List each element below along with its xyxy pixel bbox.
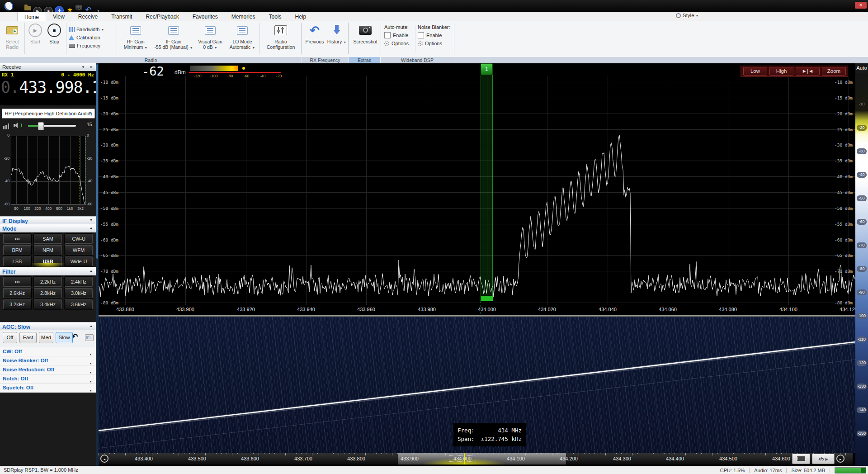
filter-button-3-2khz[interactable]: 3.2kHz [3,299,32,310]
tab-receive[interactable]: Receive [71,12,104,21]
stop-button[interactable]: ■Stop [45,23,63,44]
color-scale-label[interactable]: -20 [857,125,867,131]
color-scale-label[interactable]: -80 [857,266,867,272]
tab-favourites[interactable]: Favourites [186,12,225,21]
radio-configuration-button[interactable]: RadioConfiguration [262,23,299,50]
color-scale-label[interactable]: -110 [857,337,867,342]
panel-close-icon[interactable]: × [90,63,92,71]
tuning-marker-band[interactable] [481,75,493,299]
rf-gain-button[interactable]: RF GainMinimum▼ [119,23,152,51]
history-button[interactable]: History▼ [326,23,347,45]
frequency-navigator[interactable]: 433.400433.500433.600433.700433.800433.9… [99,453,853,465]
ribbon-group-rx-frequency[interactable]: RX Frequency [302,57,349,63]
tuning-marker-flag[interactable]: 1 [481,63,493,75]
dsp-row-noise-reduction-off[interactable]: Noise Reduction: Off▼ [0,365,96,374]
color-scale-label[interactable]: -50 [857,195,867,201]
agc-button-med[interactable]: Med [39,332,53,343]
screenshot-button[interactable]: Screenshot [351,23,380,44]
panel-collapse-icon[interactable]: ▼ [81,63,85,71]
dsp-row-noise-blanker-off[interactable]: Noise Blanker: Off▼ [0,356,96,365]
keyboard-entry-button[interactable] [792,454,810,464]
filter-button-item[interactable]: ••• [3,276,32,287]
auto-mute-options-button[interactable]: Options [384,39,414,47]
folder-icon[interactable] [24,6,31,10]
dsp-row-squelch-off[interactable]: Squelch: Off▼ [0,384,96,393]
mode-button-lsb[interactable]: LSB [3,256,32,267]
color-scale-label[interactable]: -90 [857,289,867,295]
filter-button-2-2khz[interactable]: 2.2kHz [33,276,62,287]
filter-button-3-4khz[interactable]: 3.4kHz [33,299,62,310]
mode-button-wide-u[interactable]: Wide-U [64,256,93,267]
color-scale-label[interactable]: -150 [857,431,867,436]
color-scale-label[interactable]: -130 [857,384,867,389]
agc-button-slow[interactable]: Slow [56,332,73,343]
dsp-row-cw-off[interactable]: CW: Off▼ [0,347,96,356]
noise-blanker-enable-checkbox[interactable]: Enable [418,31,452,39]
color-scale-label[interactable]: -60 [857,219,867,225]
start-button[interactable]: ▶Start [26,23,44,44]
window-close-button[interactable]: ✕ [855,2,867,9]
color-scale-label[interactable]: -30 [857,148,867,154]
filter-button-2-6khz[interactable]: 2.6kHz [3,288,32,299]
volume-slider-thumb[interactable] [38,122,44,130]
agc-button-fast[interactable]: Fast [19,332,37,343]
mode-button-bfm[interactable]: BFM [3,245,32,256]
lo-mode-button[interactable]: LO ModeAutomatic▼ [227,23,258,51]
select-radio-button[interactable]: ▶SelectRadio [2,23,23,50]
spectrum-button-high[interactable]: High [769,67,793,76]
color-scale-label[interactable]: -40 [857,172,867,178]
mode-button-wfm[interactable]: WFM [64,245,93,256]
agc-button-off[interactable]: Off [3,332,17,343]
spectrum-display[interactable]: -62 dBm -120-100-80-60-40-20 LowHigh►|◄Z… [99,63,855,315]
tab-home[interactable]: Home [17,12,46,21]
navigator-zoom-button[interactable]: x5 ▶ [812,454,835,464]
mode-section[interactable]: Mode ▲ [0,224,96,232]
waterfall-color-scale[interactable]: Auto -10-20-30-40-50-60-70-80-90-100-110… [855,63,868,466]
color-scale-label[interactable]: -10 [857,101,867,107]
color-scale-label[interactable]: -120 [857,360,867,366]
tab-rec-playback[interactable]: Rec/Playback [139,12,185,21]
color-scale-auto-button[interactable]: Auto [855,63,868,74]
visual-gain-button[interactable]: Visual Gain0 dB▼ [195,23,225,51]
bandwidth-button[interactable]: Bandwidth▼ [69,25,116,33]
tab-memories[interactable]: Memories [225,12,262,21]
ribbon-group-wideband-dsp[interactable]: Wideband DSP [381,57,454,63]
ribbon-group-radio[interactable]: Radio [0,57,302,63]
equalizer-icon[interactable] [3,123,10,129]
spectrum-waterfall-splitter[interactable] [99,315,855,317]
spectrum-button-low[interactable]: Low [743,67,767,76]
filter-button-2-4khz[interactable]: 2.4kHz [64,276,93,287]
tab-help[interactable]: Help [288,12,313,21]
tab-transmit[interactable]: Transmit [104,12,139,21]
audio-device-select[interactable]: HP (Périphérique High Definition Audio) … [2,109,95,118]
navigator-left-button[interactable]: ◄ [100,455,108,463]
if-gain-button[interactable]: IF Gain-55 dB (Manual)▼ [154,23,193,51]
mode-button-item[interactable]: ••• [3,233,32,244]
volume-slider[interactable] [28,125,76,127]
filter-button-3-0khz[interactable]: 3.0kHz [64,288,93,299]
mode-button-cw-u[interactable]: CW-U [64,233,93,244]
previous-button[interactable]: ↶Previous [304,23,326,44]
frequency-button[interactable]: Frequency [69,42,116,50]
color-scale-label[interactable]: -100 [857,313,867,319]
style-selector[interactable]: Style ▼ [676,13,699,18]
noise-blanker-options-button[interactable]: Options [418,39,452,47]
dsp-row-notch-off[interactable]: Notch: Off▼ [0,374,96,384]
mode-button-nfm[interactable]: NFM [33,245,62,256]
filter-button-3-6khz[interactable]: 3.6kHz [64,299,93,310]
spectrum-button-zoom[interactable]: Zoom [822,67,846,76]
frequency-readout[interactable]: 0.433.998.150 [1,78,95,96]
image-icon[interactable] [85,334,94,341]
color-scale-label[interactable]: -70 [857,242,867,248]
ribbon-group-extras[interactable]: Extras [349,57,381,63]
tab-tools[interactable]: Tools [262,12,288,21]
navigator-right-button[interactable]: ► [836,455,844,463]
tab-view[interactable]: View [46,12,71,21]
filter-button-2-8khz[interactable]: 2.8kHz [33,288,62,299]
camera-icon[interactable] [75,5,82,10]
auto-mute-enable-checkbox[interactable]: Enable [384,31,414,39]
spectrum-button-fit[interactable]: ►|◄ [796,67,820,76]
mode-button-sam[interactable]: SAM [33,233,62,244]
color-scale-label[interactable]: -140 [857,407,867,413]
calibration-button[interactable]: Calibration [69,33,116,42]
